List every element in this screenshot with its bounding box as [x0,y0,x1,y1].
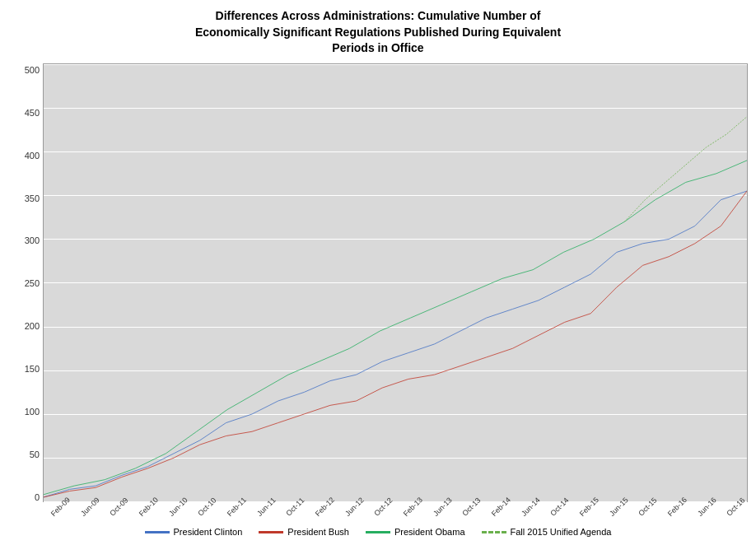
y-axis: 500450400350300250200150100500 [8,63,43,522]
chart-right: Feb-09Jun-09Oct-09Feb-10Jun-10Oct-10Feb-… [43,63,748,522]
legend-line-bush [259,531,283,533]
y-axis-label: 300 [25,235,40,245]
chart-container: Differences Across Administrations: Cumu… [0,0,756,545]
y-axis-label: 200 [25,321,40,331]
chart-title: Differences Across Administrations: Cumu… [195,8,561,57]
legend-item-agenda: Fall 2015 Unified Agenda [482,527,612,537]
legend-line-clinton [145,531,170,533]
title-line2: Economically Significant Regulations Pub… [195,26,561,39]
legend-line-agenda [482,531,506,533]
y-axis-label: 100 [25,407,40,417]
legend-item-bush: President Bush [259,527,349,537]
legend-label-clinton: President Clinton [174,527,243,537]
legend-item-clinton: President Clinton [145,527,243,537]
title-line3: Periods in Office [332,41,423,54]
title-line1: Differences Across Administrations: Cumu… [216,9,541,22]
y-axis-label: 150 [25,364,40,374]
x-axis: Feb-09Jun-09Oct-09Feb-10Jun-10Oct-10Feb-… [43,502,748,522]
y-axis-label: 350 [25,193,40,203]
y-axis-label: 500 [25,65,40,75]
y-axis-label: 450 [25,108,40,118]
legend-line-obama [366,531,390,533]
legend-label-obama: President Obama [394,527,465,537]
y-axis-label: 0 [35,492,40,502]
plot-area [43,63,748,502]
legend-label-agenda: Fall 2015 Unified Agenda [511,527,612,537]
legend-item-obama: President Obama [366,527,465,537]
y-axis-label: 250 [25,278,40,288]
chart-area: 500450400350300250200150100500 Feb-09Jun… [8,63,748,522]
y-axis-label: 400 [25,151,40,161]
chart-svg [44,64,747,501]
legend-label-bush: President Bush [287,527,349,537]
chart-legend: President Clinton President Bush Preside… [145,527,612,537]
y-axis-label: 50 [30,450,40,459]
